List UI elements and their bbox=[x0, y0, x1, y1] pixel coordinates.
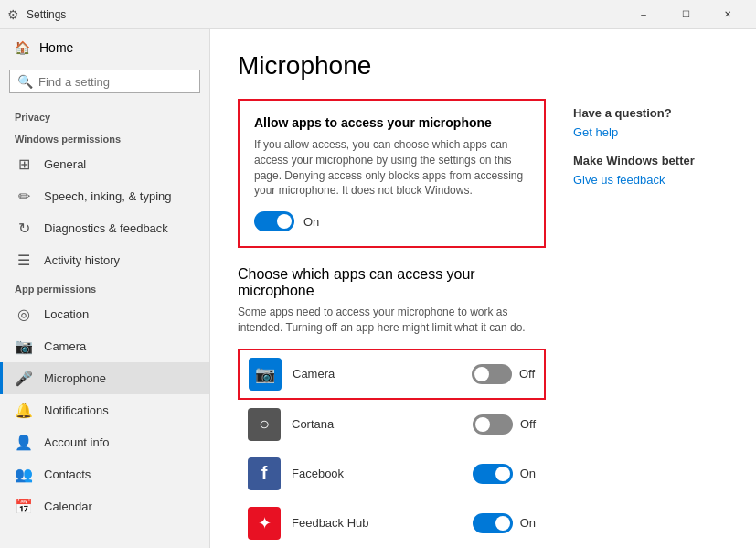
camera-toggle-wrap: Off bbox=[472, 364, 535, 384]
titlebar-title: Settings bbox=[27, 8, 66, 21]
sidebar-item-label: Notifications bbox=[44, 403, 109, 417]
content-area: Microphone Allow apps to access your mic… bbox=[210, 29, 756, 548]
sidebar-item-camera[interactable]: 📷 Camera bbox=[0, 330, 209, 362]
sidebar-item-label: Speech, inking, & typing bbox=[44, 189, 171, 203]
allow-toggle-label: On bbox=[303, 215, 319, 229]
facebook-app-icon: f bbox=[248, 457, 281, 490]
choose-section-description: Some apps need to access your microphone… bbox=[238, 305, 546, 336]
activity-icon: ☰ bbox=[15, 252, 33, 269]
windows-permissions-label: Windows permissions bbox=[0, 126, 209, 148]
feedbackhub-toggle-wrap: On bbox=[473, 513, 536, 533]
app-row-facebook: f Facebook On bbox=[238, 449, 546, 499]
home-label: Home bbox=[39, 40, 73, 55]
choose-section: Choose which apps can access your microp… bbox=[238, 266, 546, 548]
general-icon: ⊞ bbox=[15, 156, 33, 173]
main-container: 🏠 Home 🔍 Privacy Windows permissions ⊞ G… bbox=[0, 29, 756, 548]
sidebar-item-label: Camera bbox=[44, 339, 86, 353]
sidebar-item-label: Account info bbox=[44, 435, 110, 449]
app-permissions-label: App permissions bbox=[0, 276, 209, 298]
sidebar-item-label: Diagnostics & feedback bbox=[44, 221, 168, 235]
sidebar-item-general[interactable]: ⊞ General bbox=[0, 148, 209, 180]
feedbackhub-app-icon: ✦ bbox=[248, 507, 281, 540]
cortana-toggle-label: Off bbox=[520, 417, 536, 431]
allow-section-description: If you allow access, you can choose whic… bbox=[254, 137, 529, 199]
titlebar-left: ⚙ Settings bbox=[7, 7, 66, 22]
speech-icon: ✏ bbox=[15, 188, 33, 205]
allow-toggle[interactable] bbox=[254, 211, 294, 231]
home-icon: 🏠 bbox=[15, 40, 30, 55]
maximize-button[interactable]: ☐ bbox=[665, 0, 707, 29]
contacts-icon: 👥 bbox=[15, 466, 33, 483]
search-icon: 🔍 bbox=[17, 74, 33, 89]
privacy-label: Privacy bbox=[0, 104, 209, 126]
question-title: Have a question? bbox=[573, 106, 729, 120]
camera-app-icon: 📷 bbox=[249, 358, 282, 391]
facebook-toggle-wrap: On bbox=[473, 464, 536, 484]
sidebar-item-microphone[interactable]: 🎤 Microphone bbox=[0, 362, 209, 394]
app-row-camera: 📷 Camera Off bbox=[238, 349, 546, 400]
sidebar-item-label: Microphone bbox=[44, 371, 106, 385]
camera-name-wrap: Camera bbox=[293, 367, 461, 381]
allow-section: Allow apps to access your microphone If … bbox=[238, 99, 546, 248]
search-input[interactable] bbox=[38, 75, 192, 89]
sidebar-item-location[interactable]: ◎ Location bbox=[0, 298, 209, 330]
sidebar-item-calendar[interactable]: 📅 Calendar bbox=[0, 490, 209, 522]
account-icon: 👤 bbox=[15, 434, 33, 451]
sidebar-item-activity[interactable]: ☰ Activity history bbox=[0, 244, 209, 276]
sidebar-item-label: Location bbox=[44, 307, 89, 321]
facebook-name-wrap: Facebook bbox=[292, 467, 462, 480]
titlebar-controls: – ☐ ✕ bbox=[623, 0, 749, 29]
settings-icon: ⚙ bbox=[7, 7, 19, 22]
right-panel: Have a question? Get help Make Windows b… bbox=[573, 51, 729, 526]
notifications-icon: 🔔 bbox=[15, 402, 33, 419]
feedbackhub-toggle[interactable] bbox=[473, 513, 513, 533]
sidebar-item-account[interactable]: 👤 Account info bbox=[0, 426, 209, 458]
facebook-toggle-label: On bbox=[520, 467, 536, 480]
sidebar-item-label: Activity history bbox=[44, 253, 120, 267]
page-title: Microphone bbox=[238, 51, 546, 81]
facebook-toggle[interactable] bbox=[473, 464, 513, 484]
app-row-feedbackhub: ✦ Feedback Hub On bbox=[238, 499, 546, 548]
choose-section-title: Choose which apps can access your microp… bbox=[238, 266, 546, 299]
cortana-toggle[interactable] bbox=[473, 414, 513, 435]
cortana-toggle-wrap: Off bbox=[473, 414, 536, 435]
cortana-name-wrap: Cortana bbox=[292, 417, 462, 431]
feedbackhub-app-name: Feedback Hub bbox=[292, 516, 462, 530]
close-button[interactable]: ✕ bbox=[707, 0, 749, 29]
sidebar-item-contacts[interactable]: 👥 Contacts bbox=[0, 458, 209, 490]
cortana-app-name: Cortana bbox=[292, 417, 462, 431]
facebook-app-name: Facebook bbox=[292, 467, 462, 480]
camera-toggle[interactable] bbox=[472, 364, 512, 384]
sidebar-item-label: Contacts bbox=[44, 467, 91, 481]
feedbackhub-toggle-label: On bbox=[520, 516, 536, 530]
cortana-app-icon: ○ bbox=[248, 408, 281, 441]
sidebar-item-label: Calendar bbox=[44, 500, 92, 513]
camera-toggle-label: Off bbox=[519, 367, 535, 381]
location-icon: ◎ bbox=[15, 306, 33, 323]
sidebar-item-speech[interactable]: ✏ Speech, inking, & typing bbox=[0, 180, 209, 212]
sidebar-item-label: General bbox=[44, 157, 86, 171]
diagnostics-icon: ↻ bbox=[15, 220, 33, 237]
sidebar-item-diagnostics[interactable]: ↻ Diagnostics & feedback bbox=[0, 212, 209, 244]
sidebar-home-button[interactable]: 🏠 Home bbox=[0, 29, 209, 66]
camera-app-name: Camera bbox=[293, 367, 461, 381]
sidebar: 🏠 Home 🔍 Privacy Windows permissions ⊞ G… bbox=[0, 29, 210, 548]
make-better-title: Make Windows better bbox=[573, 154, 729, 167]
camera-icon: 📷 bbox=[15, 338, 33, 355]
content-main: Microphone Allow apps to access your mic… bbox=[238, 51, 546, 526]
minimize-button[interactable]: – bbox=[623, 0, 665, 29]
sidebar-item-notifications[interactable]: 🔔 Notifications bbox=[0, 394, 209, 426]
feedbackhub-name-wrap: Feedback Hub bbox=[292, 516, 462, 530]
feedback-link[interactable]: Give us feedback bbox=[573, 173, 729, 187]
get-help-link[interactable]: Get help bbox=[573, 125, 729, 139]
titlebar: ⚙ Settings – ☐ ✕ bbox=[0, 0, 756, 29]
calendar-icon: 📅 bbox=[15, 498, 33, 515]
allow-section-title: Allow apps to access your microphone bbox=[254, 115, 529, 130]
microphone-icon: 🎤 bbox=[15, 370, 33, 387]
app-row-cortana: ○ Cortana Off bbox=[238, 400, 546, 449]
sidebar-search-box[interactable]: 🔍 bbox=[9, 70, 200, 93]
allow-toggle-row: On bbox=[254, 211, 529, 231]
